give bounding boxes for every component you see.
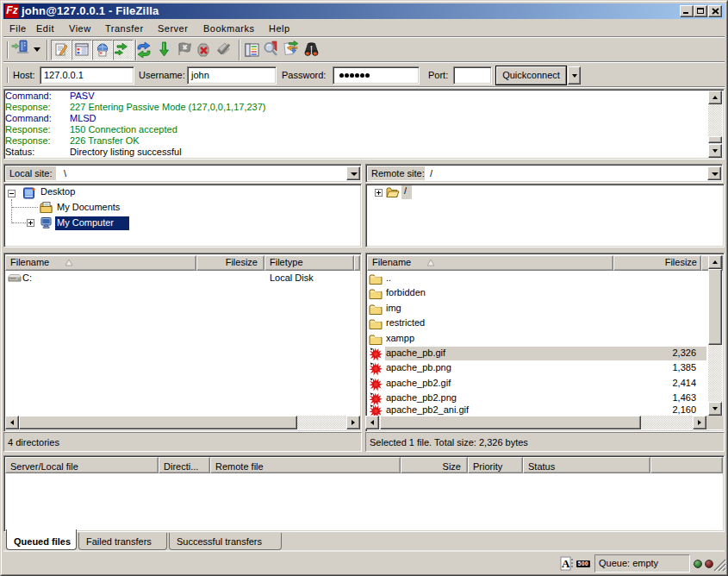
svg-text:A: A	[562, 557, 570, 570]
